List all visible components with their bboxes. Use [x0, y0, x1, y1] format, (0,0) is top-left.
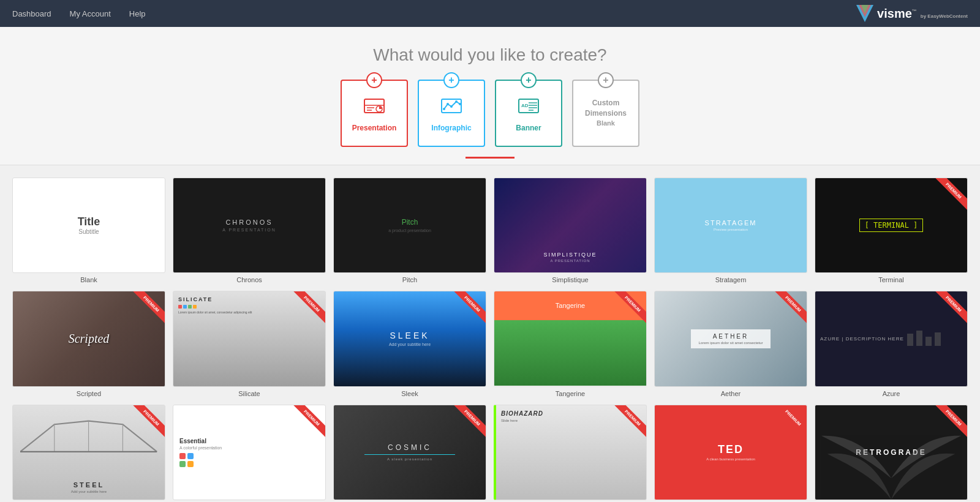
- thumb-stratagem: STRATAGEM Preview presentation: [654, 178, 807, 273]
- create-presentation[interactable]: + Presentation: [341, 80, 408, 147]
- ted-t1: TED: [718, 443, 744, 456]
- svg-point-9: [443, 108, 445, 110]
- terminal-t1: [ TERMINAL ]: [859, 219, 924, 232]
- premium-badge-ted: [764, 405, 807, 448]
- hero-title: What would you like to create?: [12, 45, 968, 65]
- premium-badge-aether: [764, 291, 807, 334]
- logo[interactable]: visme™ by EasyWebContent: [856, 5, 968, 22]
- blank-title-text: Title: [78, 215, 100, 228]
- template-name-tangerine: Tangerine: [494, 390, 647, 397]
- template-azure[interactable]: AZURE | DESCRIPTION HERE Azure: [815, 291, 968, 397]
- stratagem-t1: STRATAGEM: [705, 219, 757, 227]
- template-aether[interactable]: AETHER Lorem ipsum dolor sit amet consec…: [654, 291, 807, 397]
- pitch-t2: a product presentation: [388, 228, 431, 233]
- premium-badge-terminal: [924, 178, 967, 221]
- sleek-t2: Add your subtitle here: [389, 342, 431, 347]
- plus-infographic: +: [443, 72, 459, 88]
- presentation-label: Presentation: [352, 124, 397, 132]
- premium-badge-tangerine: [603, 291, 646, 334]
- thumb-ted: TED A clean business presentation: [654, 405, 807, 500]
- biohazard-t2: Slide here: [501, 419, 518, 422]
- visme-text: visme™: [877, 7, 917, 21]
- create-banner[interactable]: + AD Banner: [495, 80, 562, 147]
- template-blank[interactable]: Title Subtitle Blank: [12, 178, 165, 283]
- thumb-chronos: CHRONOS A PRESENTATION: [173, 178, 326, 273]
- premium-badge-sleek: [443, 291, 486, 334]
- nav-help[interactable]: Help: [129, 9, 146, 18]
- template-name-pitch: Pitch: [333, 276, 486, 283]
- template-name-scripted: Scripted: [12, 390, 165, 397]
- template-terminal[interactable]: [ TERMINAL ] Terminal: [815, 178, 968, 283]
- template-grid: Title Subtitle Blank CHRONOS A PRESENTAT…: [12, 178, 968, 502]
- svg-point-10: [447, 103, 449, 105]
- thumb-terminal: [ TERMINAL ]: [815, 178, 968, 273]
- template-cosmic[interactable]: COSMIC A sleek presentation Cosmic: [333, 405, 486, 503]
- template-scripted[interactable]: Scripted Scripted: [12, 291, 165, 397]
- template-name-blank: Blank: [12, 276, 165, 283]
- steel-t2: Add your subtitle here: [71, 490, 107, 493]
- template-steel[interactable]: STEEL Add your subtitle here Steel: [12, 405, 165, 503]
- cosmic-t1: COSMIC: [388, 443, 432, 452]
- top-navigation: Dashboard My Account Help visme™ by Easy…: [0, 0, 980, 27]
- aether-t2: Lorem ipsum dolor sit amet consectetur: [698, 341, 763, 345]
- scripted-t1: Scripted: [69, 332, 110, 346]
- thumb-tangerine: Tangerine: [494, 291, 647, 386]
- essential-dots: [179, 453, 194, 467]
- nav-my-account[interactable]: My Account: [70, 9, 111, 18]
- premium-badge-azure: [924, 291, 967, 334]
- template-silicate[interactable]: SILICATE Lorem ipsum dolor sit amet, con…: [173, 291, 326, 397]
- template-chronos[interactable]: CHRONOS A PRESENTATION Chronos: [173, 178, 326, 283]
- template-ted[interactable]: TED A clean business presentation Ted: [654, 405, 807, 503]
- azure-t1: AZURE | DESCRIPTION HERE: [820, 336, 904, 342]
- chronos-t2: A PRESENTATION: [222, 228, 276, 232]
- simplistique-t2: A PRESENTATION: [550, 259, 590, 263]
- template-tangerine[interactable]: Tangerine Tangerine: [494, 291, 647, 397]
- nav-dashboard[interactable]: Dashboard: [12, 9, 51, 18]
- chronos-t1: CHRONOS: [225, 219, 273, 226]
- template-biohazard[interactable]: BIOHAZARD Slide here Biohazard: [494, 405, 647, 503]
- svg-point-12: [455, 100, 458, 103]
- silicate-brand: SILICATE: [178, 296, 213, 302]
- stratagem-t2: Preview presentation: [714, 228, 748, 231]
- aether-t1: AETHER: [698, 333, 763, 340]
- template-pitch[interactable]: Pitch a product presentation Pitch: [333, 178, 486, 283]
- create-infographic[interactable]: + Infographic: [418, 80, 485, 147]
- template-name-terminal: Terminal: [815, 276, 968, 283]
- thumb-cosmic: COSMIC A sleek presentation: [333, 405, 486, 500]
- silicate-desc: Lorem ipsum dolor sit amet, consectetur …: [178, 310, 252, 314]
- presentation-icon: [362, 94, 386, 121]
- svg-rect-21: [916, 331, 922, 346]
- svg-rect-22: [925, 337, 932, 346]
- thumb-aether: AETHER Lorem ipsum dolor sit amet consec…: [654, 291, 807, 386]
- template-name-simplistique: Simplistique: [494, 276, 647, 283]
- thumb-retrograde: RETROGRADE: [815, 405, 968, 500]
- template-essential[interactable]: Essential A colorful presentation Essent…: [173, 405, 326, 503]
- svg-point-11: [450, 105, 453, 108]
- template-name-stratagem: Stratagem: [654, 276, 807, 283]
- thumb-essential: Essential A colorful presentation: [173, 405, 326, 500]
- sleek-t1: SLEEK: [390, 331, 429, 340]
- premium-badge-steel: [122, 405, 165, 448]
- tangerine-title: Tangerine: [556, 302, 585, 309]
- create-blank[interactable]: + CustomDimensionsBlank: [572, 80, 639, 147]
- thumb-pitch: Pitch a product presentation: [333, 178, 486, 273]
- silicate-dots: [178, 305, 197, 309]
- svg-rect-20: [907, 334, 913, 346]
- thumb-blank: Title Subtitle: [12, 178, 165, 273]
- blank-sub-text: Subtitle: [78, 228, 99, 235]
- steel-t1: STEEL: [74, 481, 104, 489]
- plus-blank: +: [598, 72, 614, 88]
- template-sleek[interactable]: SLEEK Add your subtitle here Sleek: [333, 291, 486, 397]
- template-simplistique[interactable]: SIMPLISTIQUE A PRESENTATION Simplistique: [494, 178, 647, 283]
- template-stratagem[interactable]: STRATAGEM Preview presentation Stratagem: [654, 178, 807, 283]
- simplistique-t1: SIMPLISTIQUE: [543, 252, 597, 258]
- template-retrograde[interactable]: RETROGRADE Retrograde: [815, 405, 968, 503]
- premium-badge-essential: [282, 405, 325, 448]
- thumb-biohazard: BIOHAZARD Slide here: [494, 405, 647, 500]
- thumb-steel: STEEL Add your subtitle here: [12, 405, 165, 500]
- infographic-label: Infographic: [431, 124, 471, 132]
- essential-t2: A colorful presentation: [179, 446, 222, 450]
- banner-label: Banner: [516, 124, 541, 132]
- thumb-azure: AZURE | DESCRIPTION HERE: [815, 291, 968, 386]
- create-options: + Presentation +: [12, 80, 968, 147]
